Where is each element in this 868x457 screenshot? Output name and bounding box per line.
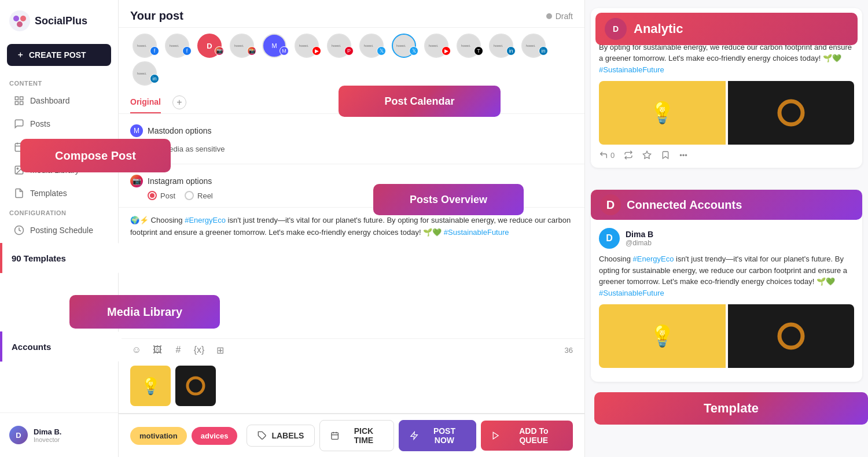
mark-sensitive-label[interactable]: Mark media as sensitive xyxy=(130,144,225,153)
add-to-queue-button[interactable]: ADD To QUEUE xyxy=(481,421,573,451)
account-avatar-wrap[interactable]: hovect. in xyxy=(519,34,548,58)
sidebar-item-calendar[interactable]: Calendar xyxy=(5,136,113,158)
accounts-overlay: Accounts xyxy=(0,331,122,362)
sidebar-item-posting-schedule[interactable]: Posting Schedule xyxy=(5,219,113,241)
toolbar-icons: ☺ 🖼 # {x} ⊞ xyxy=(130,344,226,356)
card2-ring-icon xyxy=(774,319,808,353)
image-icon[interactable]: 🖼 xyxy=(151,344,164,356)
advices-tag[interactable]: advices xyxy=(192,427,238,445)
image-previews: 💡 xyxy=(119,361,584,413)
platform-badge-linkedin3: in xyxy=(150,74,159,83)
card1-img-yellow: 💡 xyxy=(599,81,726,145)
post-text-content[interactable]: 🌍⚡ Choosing #EnergyEco isn't just trendy… xyxy=(130,215,573,239)
reel-type-label[interactable]: Reel xyxy=(185,191,213,200)
svg-text:hovect.: hovect. xyxy=(332,44,341,47)
reel-radio[interactable] xyxy=(185,191,194,200)
social-card-1: D Analytic M Dima Botezatu 19h ⚡ Choosin… xyxy=(591,8,862,168)
tab-original[interactable]: Original xyxy=(130,91,161,113)
reel-type-text: Reel xyxy=(197,191,213,200)
svg-point-15 xyxy=(17,249,21,253)
bookmark-icon xyxy=(661,150,670,160)
svg-marker-39 xyxy=(643,151,651,159)
user-info: Dima B. Inovector xyxy=(34,427,61,443)
grid-toolbar-icon[interactable]: ⊞ xyxy=(214,344,226,356)
template-overlay-text: Template xyxy=(704,401,759,416)
post-textarea-section[interactable]: 🌍⚡ Choosing #EnergyEco isn't just trendy… xyxy=(119,208,584,338)
user-name: Dima B. xyxy=(34,427,61,436)
sidebar-templates-label: Templates xyxy=(30,189,67,198)
social-card-2: D Connected Accounts D Dima B @dimab Cho… xyxy=(591,190,862,382)
sidebar-item-templates[interactable]: Templates xyxy=(5,182,113,204)
sidebar-calendar-label: Calendar xyxy=(30,142,63,152)
account-avatar-wrap[interactable]: D 📷 xyxy=(195,34,224,58)
app-name: SocialPlus xyxy=(35,15,87,27)
platform-badge-mastodon: M xyxy=(279,46,289,56)
user-company: Inovector xyxy=(34,436,61,443)
connected-accounts-text: D Connected Accounts xyxy=(600,194,742,215)
labels-icon xyxy=(258,431,267,440)
accounts-icon xyxy=(14,248,24,259)
star-action[interactable] xyxy=(642,150,652,160)
sidebar-accounts-label: Accounts xyxy=(30,249,64,258)
mark-sensitive-text: Mark media as sensitive xyxy=(144,145,225,153)
labels-button[interactable]: LABELS xyxy=(247,425,315,447)
pick-time-button[interactable]: PICK TIME xyxy=(319,420,394,451)
sidebar-item-media[interactable]: Media Library xyxy=(5,159,113,181)
posts-overview-button[interactable]: Posts Overview xyxy=(373,184,524,215)
svg-point-3 xyxy=(17,21,23,27)
motivation-tag[interactable]: motivation xyxy=(130,427,187,445)
account-avatar-wrap[interactable]: hovect. in xyxy=(487,34,516,58)
account-avatar-wrap[interactable]: hovect. ▶ xyxy=(422,34,451,58)
emoji-icon[interactable]: ☺ xyxy=(130,344,143,356)
post-type-label[interactable]: Post xyxy=(148,191,175,200)
account-avatar-wrap[interactable]: hovect. P xyxy=(325,34,354,58)
account-avatar-wrap[interactable]: hovect. f xyxy=(163,34,192,58)
instagram-label: 📷 Instagram options xyxy=(130,175,212,187)
platform-badge-pinterest: P xyxy=(344,46,354,56)
post-title: Your post xyxy=(130,9,183,23)
image-thumb-black[interactable] xyxy=(175,366,216,406)
hashtag-icon[interactable]: # xyxy=(172,344,185,356)
avatar: D xyxy=(9,426,28,444)
account-avatar-wrap[interactable]: hovect. 𝕏 xyxy=(389,34,418,58)
svg-rect-7 xyxy=(20,102,23,105)
user-profile[interactable]: D Dima B. Inovector xyxy=(0,420,118,450)
account-avatar-wrap[interactable]: M M xyxy=(260,34,289,58)
platform-badge-instagram2: 📸 xyxy=(247,46,256,56)
configuration-section-label: Configuration xyxy=(0,205,118,219)
svg-text:hovect.: hovect. xyxy=(429,44,438,47)
template-overlay: Template xyxy=(594,392,868,425)
variable-icon[interactable]: {x} xyxy=(193,344,205,356)
platform-badge-twitter2: 𝕏 xyxy=(409,46,418,56)
post-calendar-button[interactable]: Post Calendar xyxy=(339,86,501,117)
retweet-action[interactable] xyxy=(624,150,633,160)
image-thumb-yellow[interactable]: 💡 xyxy=(130,366,171,406)
account-avatar-wrap[interactable]: hovect. T xyxy=(454,34,483,58)
card2-user-info: Dima B @dimab xyxy=(626,230,653,247)
sidebar-dashboard-label: Dashboard xyxy=(30,96,70,105)
clock-icon xyxy=(330,431,339,440)
svg-text:hovect.: hovect. xyxy=(526,44,535,47)
account-avatar-wrap[interactable]: hovect. in xyxy=(130,61,159,86)
card1-bulb-icon: 💡 xyxy=(649,101,675,125)
logo-icon xyxy=(9,10,30,31)
post-radio[interactable] xyxy=(148,191,157,200)
add-tab-button[interactable]: + xyxy=(172,95,186,109)
more-dots-icon: ••• xyxy=(679,151,687,160)
create-post-button[interactable]: ＋ CREATE POST xyxy=(7,44,111,66)
post-now-button[interactable]: POST NOW xyxy=(399,420,476,451)
more-action[interactable]: ••• xyxy=(679,151,687,160)
sidebar-item-posts[interactable]: Posts xyxy=(5,113,113,135)
mark-sensitive-checkbox[interactable] xyxy=(130,144,139,153)
account-avatar-wrap[interactable]: hovect. 📸 xyxy=(227,34,256,58)
account-avatar-wrap[interactable]: hovect. ▶ xyxy=(292,34,321,58)
reply-action[interactable]: 0 xyxy=(599,150,615,160)
bottom-bar: motivation advices LABELS PICK TIME POST… xyxy=(119,413,584,457)
bookmark-action[interactable] xyxy=(661,150,670,160)
sidebar-item-accounts[interactable]: Accounts xyxy=(5,242,113,264)
account-avatar-wrap[interactable]: hovect. 𝕏 xyxy=(357,34,386,58)
calendar-icon xyxy=(14,142,24,152)
sidebar-item-dashboard[interactable]: Dashboard xyxy=(5,90,113,112)
account-avatar-wrap[interactable]: hovect. f xyxy=(130,34,159,58)
svg-text:hovect.: hovect. xyxy=(234,44,244,47)
